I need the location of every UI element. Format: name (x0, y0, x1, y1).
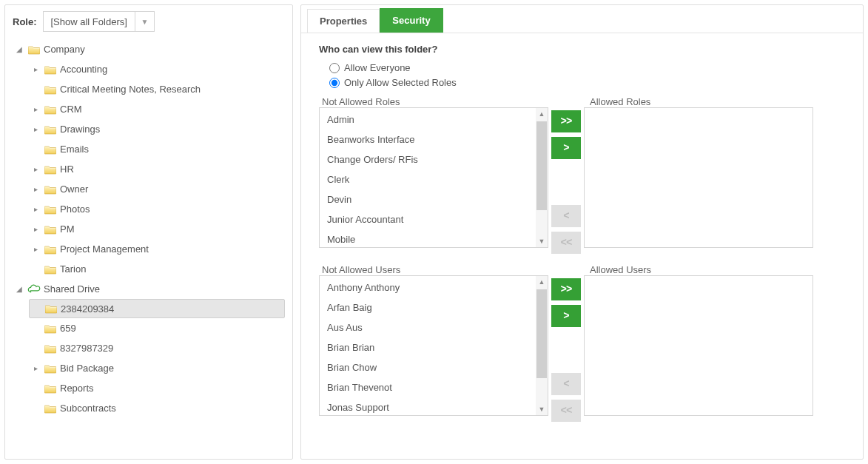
remove-all-users-button[interactable]: << (551, 400, 581, 422)
security-question: Who can view this folder? (319, 44, 850, 55)
scroll-down-icon[interactable]: ▼ (536, 235, 548, 247)
folder-icon (44, 164, 57, 175)
not-allowed-role-item[interactable]: Clerk (320, 169, 548, 189)
scroll-up-icon[interactable]: ▲ (536, 276, 548, 288)
chevron-down-icon: ▼ (135, 12, 154, 31)
role-select-value: [Show all Folders] (44, 16, 135, 27)
scrollbar[interactable]: ▲ ▼ (536, 276, 548, 415)
listbox-allowed-roles[interactable] (584, 107, 813, 248)
folder-icon (44, 323, 57, 334)
scroll-thumb[interactable] (536, 121, 547, 210)
tree-node-reports[interactable]: ▸ Reports (29, 378, 285, 398)
tree-node-bid[interactable]: ▸ Bid Package (29, 358, 285, 378)
not-allowed-role-item[interactable]: Junior Accountant (320, 209, 548, 229)
tree-node-emails[interactable]: ▸ Emails (29, 139, 285, 159)
chevron-right-icon[interactable]: ▸ (30, 165, 41, 173)
not-allowed-user-item[interactable]: Anthony Anthony (320, 278, 548, 297)
chevron-right-icon[interactable]: ▸ (30, 185, 41, 193)
tab-security[interactable]: Security (380, 8, 443, 33)
tab-properties[interactable]: Properties (307, 9, 380, 33)
tree-node-subs[interactable]: ▸ Subcontracts (29, 398, 285, 418)
folder-icon (44, 303, 58, 315)
not-allowed-user-item[interactable]: Brian Brian (320, 337, 548, 357)
scroll-down-icon[interactable]: ▼ (536, 403, 548, 415)
chevron-right-icon[interactable]: ▸ (30, 205, 41, 213)
tree-node-label: 8327987329 (60, 343, 113, 354)
cloud-icon (27, 283, 41, 295)
tree-node-n8327[interactable]: ▸ 8327987329 (29, 338, 285, 358)
listbox-not-allowed-users[interactable]: Anthony AnthonyArfan BaigAus AusBrian Br… (319, 275, 548, 416)
role-select[interactable]: [Show all Folders] ▼ (43, 11, 155, 32)
add-all-roles-button[interactable]: >> (551, 110, 581, 132)
listbox-not-allowed-roles[interactable]: AdminBeanworks InterfaceChange Orders/ R… (319, 107, 548, 248)
not-allowed-role-item[interactable]: Beanworks Interface (320, 130, 548, 149)
tree-node-drawings[interactable]: ▸ Drawings (29, 119, 285, 139)
tree-node-n659[interactable]: ▸ 659 (29, 318, 285, 338)
scroll-thumb[interactable] (536, 289, 547, 378)
remove-user-button[interactable]: < (551, 373, 581, 395)
chevron-right-icon[interactable]: ▸ (30, 364, 41, 372)
add-all-users-button[interactable]: >> (551, 278, 581, 300)
folder-icon (44, 84, 57, 95)
not-allowed-role-item[interactable]: Mobile (320, 229, 548, 248)
tree-node-tarion[interactable]: ▸ Tarion (29, 259, 285, 279)
tree-node-shared-drive[interactable]: ◢ Shared Drive (13, 279, 285, 299)
folder-icon (44, 104, 57, 115)
folder-icon (44, 343, 57, 354)
tree-node-photos[interactable]: ▸ Photos (29, 199, 285, 219)
not-allowed-role-item[interactable]: Devin (320, 189, 548, 209)
tree-node-crm[interactable]: ▸ CRM (29, 99, 285, 119)
tree-node-hr[interactable]: ▸ HR (29, 159, 285, 179)
tree-node-label: Subcontracts (60, 403, 116, 414)
tree-node-company[interactable]: ◢ Company (13, 39, 285, 59)
chevron-right-icon[interactable]: ▸ (30, 105, 41, 113)
folder-icon (44, 383, 57, 394)
not-allowed-user-item[interactable]: Brian Chow (320, 357, 548, 377)
scroll-up-icon[interactable]: ▲ (536, 108, 548, 120)
folder-tree: ◢ Company ▸ Accounting ▸ Critical Meetin… (13, 39, 285, 418)
not-allowed-user-item[interactable]: Jonas Support (320, 397, 548, 416)
chevron-down-icon[interactable]: ◢ (14, 45, 24, 53)
tree-node-projmgmt[interactable]: ▸ Project Management (29, 239, 285, 259)
radio-allow-everyone[interactable]: Allow Everyone (329, 61, 850, 75)
label-not-allowed-users: Not Allowed Users (319, 264, 548, 275)
tree-node-label: Drawings (60, 124, 100, 135)
chevron-down-icon[interactable]: ◢ (14, 285, 24, 293)
folder-icon (44, 204, 57, 215)
add-role-button[interactable]: > (551, 137, 581, 159)
tree-node-accounting[interactable]: ▸ Accounting (29, 59, 285, 79)
tree-node-label: 2384209384 (61, 303, 114, 315)
listbox-allowed-users[interactable] (584, 275, 813, 416)
tree-node-label: Emails (60, 144, 89, 155)
folder-tree-panel: Role: [Show all Folders] ▼ ◢ Company ▸ A… (4, 4, 293, 460)
chevron-right-icon[interactable]: ▸ (30, 225, 41, 233)
radio-only-selected[interactable]: Only Allow Selected Roles (329, 75, 850, 90)
not-allowed-user-item[interactable]: Arfan Baig (320, 297, 548, 317)
tree-node-label: HR (60, 164, 74, 175)
not-allowed-role-item[interactable]: Change Orders/ RFis (320, 149, 548, 169)
tree-node-notes[interactable]: ▸ Critical Meeting Notes, Research (29, 79, 285, 99)
remove-role-button[interactable]: < (551, 205, 581, 227)
tree-node-owner[interactable]: ▸ Owner (29, 179, 285, 199)
not-allowed-user-item[interactable]: Brian Thevenot (320, 377, 548, 397)
tree-node-n2384[interactable]: ▸ 2384209384 (29, 299, 285, 318)
chevron-right-icon[interactable]: ▸ (30, 245, 41, 253)
folder-icon (27, 44, 41, 56)
tree-node-label: CRM (60, 104, 82, 115)
tree-node-pm[interactable]: ▸ PM (29, 219, 285, 239)
radio-only-selected-input[interactable] (329, 78, 340, 88)
remove-all-roles-button[interactable]: << (551, 232, 581, 254)
not-allowed-user-item[interactable]: Aus Aus (320, 317, 548, 337)
role-transfer-buttons: >> > < << (548, 107, 584, 257)
radio-allow-everyone-input[interactable] (329, 63, 340, 73)
scrollbar[interactable]: ▲ ▼ (536, 108, 548, 247)
chevron-right-icon[interactable]: ▸ (30, 125, 41, 133)
label-not-allowed-roles: Not Allowed Roles (319, 96, 548, 107)
add-user-button[interactable]: > (551, 305, 581, 327)
tree-node-label: Tarion (60, 263, 86, 275)
tree-node-label: Shared Drive (44, 283, 100, 295)
folder-icon (44, 403, 57, 414)
label-allowed-users: Allowed Users (590, 264, 651, 275)
not-allowed-role-item[interactable]: Admin (320, 110, 548, 130)
chevron-right-icon[interactable]: ▸ (30, 65, 41, 73)
